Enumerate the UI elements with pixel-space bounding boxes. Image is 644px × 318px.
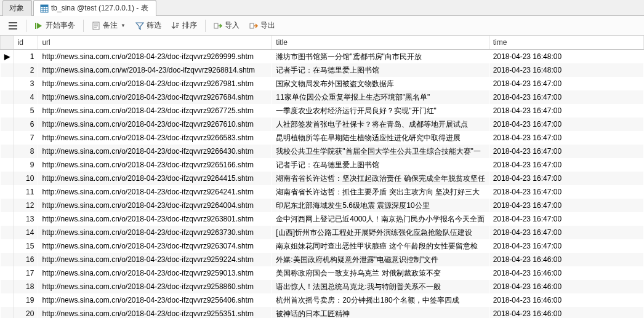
cell-id[interactable]: 18 <box>14 280 38 293</box>
row-selector[interactable] <box>1 226 14 239</box>
table-row[interactable]: 6http://news.sina.com.cn/o/2018-04-23/do… <box>1 117 644 131</box>
tab-objects[interactable]: 对象 <box>2 0 32 16</box>
cell-time[interactable]: 2018-04-23 16:47:00 <box>489 104 643 117</box>
table-row[interactable]: 3http://news.sina.com.cn/o/2018-04-23/do… <box>1 77 644 90</box>
memo-button[interactable]: 备注 ▼ <box>87 18 130 33</box>
row-selector[interactable] <box>1 158 14 172</box>
cell-title[interactable]: 印尼东北部海域发生5.6级地震 震源深度10公里 <box>272 199 489 212</box>
row-selector[interactable] <box>1 253 14 266</box>
cell-time[interactable]: 2018-04-23 16:47:00 <box>489 77 643 90</box>
cell-time[interactable]: 2018-04-23 16:48:00 <box>489 63 643 77</box>
cell-time[interactable]: 2018-04-23 16:47:00 <box>489 226 643 239</box>
table-row[interactable]: 17http://news.sina.com.cn/o/2018-04-23/d… <box>1 266 644 280</box>
cell-id[interactable]: 5 <box>14 104 38 117</box>
cell-id[interactable]: 1 <box>14 50 38 64</box>
cell-time[interactable]: 2018-04-23 16:46:00 <box>489 293 643 307</box>
cell-title[interactable]: 国家文物局发布外国被盗文物数据库 <box>272 77 489 90</box>
table-row[interactable]: 14http://news.sina.com.cn/o/2018-04-23/d… <box>1 226 644 239</box>
cell-title[interactable]: 语出惊人！法国总统马克龙:我与特朗普关系不一般 <box>272 280 489 293</box>
column-header-url[interactable]: url <box>38 36 272 50</box>
table-row[interactable]: 8http://news.sina.com.cn/o/2018-04-23/do… <box>1 145 644 158</box>
cell-url[interactable]: http://news.sina.com.cn/o/2018-04-23/doc… <box>38 104 272 117</box>
cell-time[interactable]: 2018-04-23 16:46:00 <box>489 253 643 266</box>
row-selector[interactable] <box>1 104 14 117</box>
table-row[interactable]: 11http://news.sina.com.cn/o/2018-04-23/d… <box>1 185 644 199</box>
cell-time[interactable]: 2018-04-23 16:47:00 <box>489 145 643 158</box>
cell-title[interactable]: [山西]忻州市公路工程处开展野外演练强化应急抢险队伍建设 <box>272 226 489 239</box>
cell-id[interactable]: 16 <box>14 253 38 266</box>
row-selector-header[interactable] <box>1 36 14 50</box>
cell-id[interactable]: 20 <box>14 307 38 318</box>
tab-table-sina[interactable]: tb_sina @test (127.0.0.1) - 表 <box>33 0 156 16</box>
table-row[interactable]: 7http://news.sina.com.cn/o/2018-04-23/do… <box>1 131 644 145</box>
table-row[interactable]: 20http://news.sina.com.cn/o/2018-04-23/d… <box>1 307 644 318</box>
cell-id[interactable]: 10 <box>14 172 38 185</box>
cell-url[interactable]: http://news.sina.com.cn/o/2018-04-23/doc… <box>38 172 272 185</box>
cell-time[interactable]: 2018-04-23 16:48:00 <box>489 50 643 64</box>
cell-title[interactable]: 湖南省省长许达哲：抓住主要矛盾 突出主攻方向 坚决打好三大 <box>272 185 489 199</box>
cell-id[interactable]: 6 <box>14 117 38 131</box>
cell-url[interactable]: http://news.sina.com.cn/o/2018-04-23/doc… <box>38 226 272 239</box>
cell-url[interactable]: http://news.sina.com.cn/o/2018-04-23/doc… <box>38 266 272 280</box>
row-selector[interactable] <box>1 280 14 293</box>
cell-time[interactable]: 2018-04-23 16:47:00 <box>489 199 643 212</box>
table-row[interactable]: 16http://news.sina.com.cn/o/2018-04-23/d… <box>1 253 644 266</box>
cell-title[interactable]: 金中河西网上登记已近4000人！南京热门民办小学报名今天全面 <box>272 212 489 226</box>
cell-title[interactable]: 我校公共卫生学院获"首届全国大学生公共卫生综合技能大赛"一 <box>272 145 489 158</box>
row-selector[interactable] <box>1 185 14 199</box>
row-selector[interactable] <box>1 63 14 77</box>
table-row[interactable]: 19http://news.sina.com.cn/o/2018-04-23/d… <box>1 293 644 307</box>
cell-time[interactable]: 2018-04-23 16:47:00 <box>489 172 643 185</box>
table-row[interactable]: 13http://news.sina.com.cn/o/2018-04-23/d… <box>1 212 644 226</box>
cell-url[interactable]: http://news.sina.com.cn/o/2018-04-23/doc… <box>38 280 272 293</box>
cell-url[interactable]: http://news.sina.com.cn/o/2018-04-23/doc… <box>38 185 272 199</box>
table-row[interactable]: 9http://news.sina.com.cn/o/2018-04-23/do… <box>1 158 644 172</box>
column-header-id[interactable]: id <box>14 36 38 50</box>
cell-id[interactable]: 11 <box>14 185 38 199</box>
cell-time[interactable]: 2018-04-23 16:47:00 <box>489 239 643 253</box>
column-header-time[interactable]: time <box>489 36 643 50</box>
cell-url[interactable]: http://news.sina.com.cn/o/2018-04-23/doc… <box>38 158 272 172</box>
row-selector[interactable]: ▶ <box>1 50 14 64</box>
row-selector[interactable] <box>1 293 14 307</box>
cell-url[interactable]: http://news.sina.com.cn/o/2018-04-23/doc… <box>38 253 272 266</box>
cell-title[interactable]: 潍坊市图书馆第一分馆"鸢都书房"向市民开放 <box>272 50 489 64</box>
cell-time[interactable]: 2018-04-23 16:47:00 <box>489 158 643 172</box>
row-selector[interactable] <box>1 239 14 253</box>
row-selector[interactable] <box>1 199 14 212</box>
cell-title[interactable]: 杭州首次摇号卖房：20分钟摇出180个名额，中签率四成 <box>272 293 489 307</box>
data-grid[interactable]: id url title time ▶1http://news.sina.com… <box>0 36 644 318</box>
export-button[interactable]: 导出 <box>245 18 280 33</box>
cell-id[interactable]: 17 <box>14 266 38 280</box>
cell-id[interactable]: 8 <box>14 145 38 158</box>
filter-button[interactable]: 筛选 <box>131 18 166 33</box>
cell-id[interactable]: 14 <box>14 226 38 239</box>
cell-id[interactable]: 3 <box>14 77 38 90</box>
cell-title[interactable]: 外媒:美国政府机构疑意外泄露"电磁意识控制"文件 <box>272 253 489 266</box>
cell-title[interactable]: 人社部签发首张电子社保卡？将在青岛、成都等地开展试点 <box>272 117 489 131</box>
table-row[interactable]: ▶1http://news.sina.com.cn/o/2018-04-23/d… <box>1 50 644 64</box>
table-row[interactable]: 2http://news.sina.com.cn/w/2018-04-23/do… <box>1 63 644 77</box>
cell-url[interactable]: http://news.sina.com.cn/o/2018-04-23/doc… <box>38 307 272 318</box>
table-row[interactable]: 5http://news.sina.com.cn/o/2018-04-23/do… <box>1 104 644 117</box>
row-selector[interactable] <box>1 212 14 226</box>
cell-id[interactable]: 15 <box>14 239 38 253</box>
cell-id[interactable]: 2 <box>14 63 38 77</box>
cell-title[interactable]: 记者手记：在马德里爱上图书馆 <box>272 63 489 77</box>
import-button[interactable]: 导入 <box>209 18 244 33</box>
cell-url[interactable]: http://news.sina.com.cn/o/2018-04-23/doc… <box>38 293 272 307</box>
row-selector[interactable] <box>1 145 14 158</box>
sort-button[interactable]: 排序 <box>167 18 201 33</box>
cell-time[interactable]: 2018-04-23 16:46:00 <box>489 307 643 318</box>
cell-url[interactable]: http://news.sina.com.cn/o/2018-04-23/doc… <box>38 117 272 131</box>
cell-time[interactable]: 2018-04-23 16:47:00 <box>489 117 643 131</box>
row-selector[interactable] <box>1 307 14 318</box>
cell-title[interactable]: 一季度农业农村经济运行开局良好？实现"开门红" <box>272 104 489 117</box>
cell-title[interactable]: 昆明植物所等在早期陆生植物适应性进化研究中取得进展 <box>272 131 489 145</box>
cell-id[interactable]: 13 <box>14 212 38 226</box>
cell-title[interactable]: 南京姐妹花同时查出恶性甲状腺癌 这个年龄段的女性要留意检 <box>272 239 489 253</box>
cell-id[interactable]: 12 <box>14 199 38 212</box>
row-selector[interactable] <box>1 77 14 90</box>
cell-time[interactable]: 2018-04-23 16:46:00 <box>489 266 643 280</box>
table-row[interactable]: 4http://news.sina.com.cn/o/2018-04-23/do… <box>1 90 644 104</box>
